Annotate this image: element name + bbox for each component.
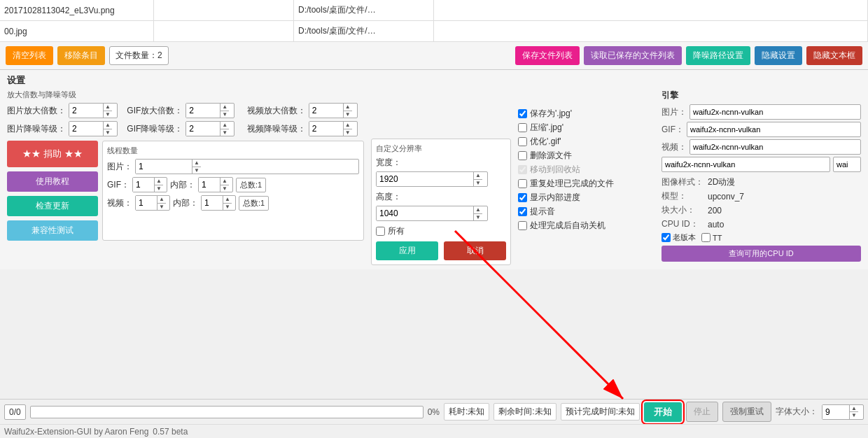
height-input[interactable] (377, 206, 473, 220)
width-label: 宽度： (376, 157, 401, 169)
hide-textbox-button[interactable]: 隐藏文本框 (806, 46, 862, 65)
gif-noise-down[interactable]: ▼ (220, 129, 229, 136)
shutdown-checkbox[interactable] (518, 221, 527, 230)
video-scale-input[interactable] (309, 104, 343, 118)
apply-button[interactable]: 应用 (376, 241, 438, 260)
img-scale-up[interactable]: ▲ (104, 104, 112, 111)
video-thread-down[interactable]: ▼ (158, 204, 166, 211)
img-thread-down[interactable]: ▼ (192, 167, 201, 174)
video-scale-down[interactable]: ▼ (344, 111, 352, 118)
width-down[interactable]: ▼ (474, 180, 482, 187)
load-file-list-button[interactable]: 读取已保存的文件列表 (584, 46, 682, 65)
video-inner-spinner[interactable]: ▲ ▼ (201, 195, 236, 211)
show-progress-checkbox[interactable] (518, 193, 527, 202)
beep-label: 提示音 (530, 206, 555, 218)
compress-jpg-checkbox[interactable] (518, 123, 527, 132)
optimize-gif-checkbox[interactable] (518, 137, 527, 146)
gif-inner-down[interactable]: ▼ (220, 185, 229, 192)
width-input[interactable] (377, 172, 473, 186)
clear-list-button[interactable]: 清空列表 (6, 46, 53, 65)
reprocess-checkbox[interactable] (518, 179, 527, 188)
compat-button[interactable]: 兼容性测试 (7, 220, 98, 241)
check-update-button[interactable]: 检查更新 (7, 196, 98, 216)
img-thread-up[interactable]: ▲ (192, 160, 201, 167)
gif-thread-up[interactable]: ▲ (155, 178, 163, 185)
img-scale-input[interactable] (69, 104, 103, 118)
video-engine-input[interactable] (690, 139, 861, 155)
shutdown-label: 处理完成后自动关机 (530, 220, 606, 232)
gif-engine-input[interactable] (687, 122, 861, 137)
save-file-list-button[interactable]: 保存文件列表 (515, 46, 580, 65)
img-noise-spinner[interactable]: ▲ ▼ (69, 121, 118, 136)
model-value: upconv_7 (708, 192, 861, 202)
engine-path-2[interactable] (833, 157, 861, 172)
font-size-input[interactable] (822, 405, 849, 419)
video-inner-up[interactable]: ▲ (223, 196, 232, 204)
img-noise-down[interactable]: ▼ (104, 129, 112, 136)
start-button[interactable]: 开始 (644, 402, 682, 422)
video-noise-spinner[interactable]: ▲ ▼ (309, 121, 358, 136)
gif-scale-row: GIF放大倍数： ▲ ▼ (127, 103, 244, 118)
gif-scale-input[interactable] (186, 104, 220, 118)
beep-checkbox[interactable] (518, 207, 527, 216)
usage-button[interactable]: 使用教程 (7, 171, 98, 192)
video-thread-input[interactable] (136, 196, 157, 210)
width-spinner[interactable]: ▲ ▼ (376, 171, 488, 187)
height-up[interactable]: ▲ (474, 206, 482, 214)
force-restart-button[interactable]: 强制重试 (722, 402, 771, 422)
gif-inner-input[interactable] (199, 178, 220, 192)
gif-scale-spinner[interactable]: ▲ ▼ (186, 103, 234, 118)
query-cpu-button[interactable]: 查询可用的CPU ID (662, 246, 861, 262)
gif-noise-up[interactable]: ▲ (220, 122, 229, 129)
video-scale-spinner[interactable]: ▲ ▼ (309, 103, 358, 118)
gif-thread-label: GIF： (107, 179, 130, 191)
video-inner-input[interactable] (202, 196, 223, 210)
remove-item-button[interactable]: 移除条目 (57, 46, 105, 65)
engine-path-1[interactable] (662, 157, 830, 172)
gif-noise-input[interactable] (186, 122, 220, 136)
img-noise-input[interactable] (69, 122, 103, 136)
img-scale-down[interactable]: ▼ (104, 111, 112, 118)
file-col4-1 (434, 0, 868, 20)
gif-noise-spinner[interactable]: ▲ ▼ (186, 121, 234, 136)
video-thread-up[interactable]: ▲ (158, 196, 166, 204)
img-noise-row: 图片降噪等级： ▲ ▼ (7, 121, 124, 136)
font-size-up[interactable]: ▲ (850, 405, 858, 413)
img-thread-input[interactable] (136, 160, 192, 174)
old-version-checkbox[interactable] (662, 233, 671, 242)
tt-checkbox[interactable] (701, 233, 710, 242)
img-engine-input[interactable] (690, 104, 861, 120)
video-noise-up[interactable]: ▲ (344, 122, 352, 129)
gif-inner-spinner[interactable]: ▲ ▼ (198, 177, 233, 192)
video-scale-up[interactable]: ▲ (344, 104, 352, 111)
img-thread-spinner[interactable]: ▲ ▼ (135, 159, 359, 174)
noise-path-settings-button[interactable]: 降噪路径设置 (686, 46, 750, 65)
delete-source-checkbox[interactable] (518, 151, 527, 160)
hide-settings-button[interactable]: 隐藏设置 (755, 46, 802, 65)
width-up[interactable]: ▲ (474, 172, 482, 180)
font-size-spinner[interactable]: ▲ ▼ (822, 404, 864, 420)
font-size-down[interactable]: ▼ (850, 412, 858, 419)
save-as-jpg-checkbox[interactable] (518, 109, 527, 118)
height-down[interactable]: ▼ (474, 214, 482, 221)
donate-button[interactable]: ★★ 捐助 ★★ (7, 141, 98, 167)
video-thread-spinner[interactable]: ▲ ▼ (135, 195, 170, 211)
gif-scale-down[interactable]: ▼ (220, 111, 229, 118)
stop-button[interactable]: 停止 (686, 402, 718, 422)
gif-thread-down[interactable]: ▼ (155, 185, 163, 192)
video-noise-down[interactable]: ▼ (344, 129, 352, 136)
gif-thread-spinner[interactable]: ▲ ▼ (132, 177, 167, 192)
gif-scale-up[interactable]: ▲ (220, 104, 229, 111)
img-noise-up[interactable]: ▲ (104, 122, 112, 129)
gif-thread-input[interactable] (133, 178, 154, 192)
cancel-button[interactable]: 取消 (444, 241, 506, 260)
video-inner-down[interactable]: ▼ (223, 204, 232, 211)
move-recycle-checkbox[interactable] (518, 165, 527, 174)
all-checkbox[interactable] (376, 227, 385, 236)
video-scale-label: 视频放大倍数： (247, 105, 306, 117)
video-noise-input[interactable] (309, 122, 343, 136)
img-scale-spinner[interactable]: ▲ ▼ (69, 103, 118, 118)
height-spinner[interactable]: ▲ ▼ (376, 206, 488, 221)
gif-inner-up[interactable]: ▲ (220, 178, 229, 185)
counter: 0/0 (4, 404, 26, 420)
